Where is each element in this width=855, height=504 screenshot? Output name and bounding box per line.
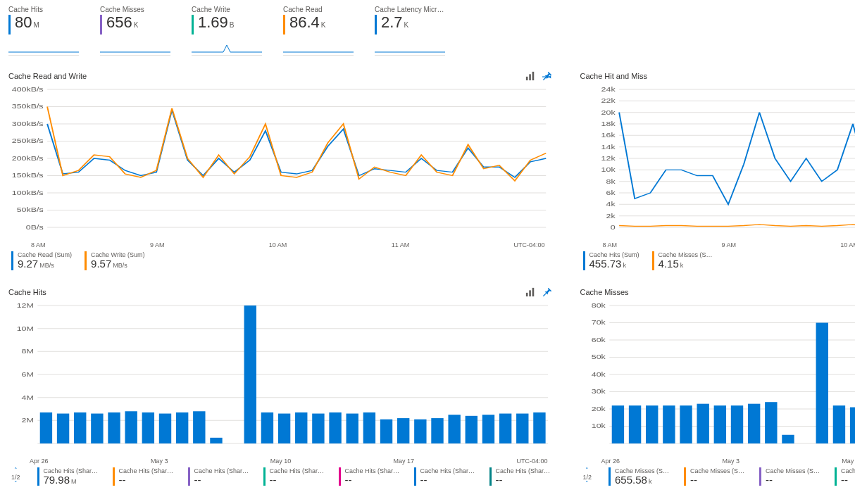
legend-name: Cache Misses (Shard ... (690, 467, 747, 474)
legend-value: 655.58 (615, 474, 647, 486)
sparkline (192, 42, 262, 56)
bar-chart-misses[interactable]: 10k20k30k40k50k60k70k80k (580, 301, 855, 456)
card-cache-hit-miss: Cache Hit and Miss 02k4k6k8k10k12k14k16k… (580, 71, 855, 270)
svg-text:4k: 4k (606, 201, 616, 208)
metric-tile[interactable]: Cache Read 86.4 K (283, 6, 354, 56)
metric-tile[interactable]: Cache Hits 80 M (8, 6, 79, 56)
metric-tile[interactable]: Cache Latency Microsecor 2.7 K (375, 6, 445, 56)
card-title: Cache Misses (580, 288, 629, 296)
pin-icon[interactable] (542, 287, 552, 297)
legend-row: ˄1/2˅Cache Misses (Shard ...655.58kCache… (580, 467, 855, 487)
legend-name: Cache Hits (Shard 4)... (345, 467, 401, 474)
svg-rect-97 (499, 413, 511, 443)
svg-rect-78 (176, 412, 188, 443)
legend-item[interactable]: Cache Hits (Shard 5)...-- (414, 467, 477, 486)
legend-item[interactable]: Cache Write (Sum)9.57MB/s (85, 251, 144, 270)
line-chart-read-write[interactable]: 0B/s50kB/s100kB/s150kB/s200kB/s250kB/s30… (8, 85, 552, 240)
chevron-down-icon[interactable]: ˅ (14, 481, 18, 487)
legend-item[interactable]: Cache Read (Sum)9.27MB/s (11, 251, 72, 270)
svg-rect-70 (40, 412, 52, 443)
legend-unit: k (649, 478, 652, 485)
svg-text:2k: 2k (606, 212, 616, 219)
svg-rect-82 (244, 305, 256, 443)
legend-name: Cache Misses (Shard ... (766, 467, 822, 474)
legend-item[interactable]: Cache Hits (Shard 4)...-- (339, 467, 401, 486)
svg-text:400kB/s: 400kB/s (12, 86, 44, 93)
svg-text:150kB/s: 150kB/s (12, 172, 44, 179)
svg-text:22k: 22k (601, 97, 616, 104)
svg-rect-83 (261, 412, 273, 443)
svg-rect-72 (74, 412, 86, 443)
legend-item[interactable]: Cache Hits (Sum)455.73k (583, 251, 639, 270)
legend-row: Cache Hits (Sum)455.73kCache Misses (Sum… (580, 251, 855, 270)
svg-text:250kB/s: 250kB/s (12, 137, 44, 144)
sparkline (283, 42, 354, 56)
legend-value: -- (270, 474, 277, 486)
legend-unit: k (680, 262, 684, 269)
chart-actions-icon[interactable] (525, 287, 535, 297)
legend-item[interactable]: Cache Misses (Shard ...-- (759, 467, 822, 486)
card-title: Cache Read and Write (8, 72, 87, 80)
svg-text:4M: 4M (22, 393, 34, 401)
metric-tile[interactable]: Cache Misses 656 K (100, 6, 170, 56)
svg-rect-90 (380, 419, 392, 443)
legend-name: Cache Hits (Shard 6)... (496, 467, 552, 474)
svg-rect-130 (782, 434, 794, 443)
legend-item[interactable]: Cache Hits (Shard 2)...-- (188, 467, 251, 486)
chart-actions-icon[interactable] (525, 71, 535, 81)
metric-tile[interactable]: Cache Write 1.69 B (192, 6, 262, 56)
svg-rect-133 (832, 405, 844, 443)
legend-item[interactable]: Cache Misses (Shard ...655.58k (609, 467, 671, 486)
card-cache-read-write: Cache Read and Write 0B/s50kB/s100kB/s15… (8, 71, 552, 270)
legend-item[interactable]: Cache Hits (Shard 6)...-- (489, 467, 552, 486)
legend-value: -- (496, 474, 503, 486)
svg-rect-79 (193, 411, 205, 443)
svg-text:80k: 80k (591, 301, 606, 308)
legend-item[interactable]: Cache Misses (Shard ...-- (684, 467, 747, 486)
svg-rect-73 (91, 413, 103, 443)
legend-row: Cache Read (Sum)9.27MB/sCache Write (Sum… (8, 251, 552, 270)
chevron-up-icon[interactable]: ˄ (14, 467, 18, 474)
svg-rect-76 (142, 412, 154, 443)
legend-item[interactable]: Cache Hits (Shard 1)...-- (113, 467, 175, 486)
svg-text:100kB/s: 100kB/s (12, 189, 44, 196)
sparkline (8, 42, 79, 56)
svg-rect-80 (210, 437, 222, 443)
bar-chart-hits[interactable]: 2M4M6M8M10M12M (8, 301, 552, 456)
svg-rect-55 (529, 290, 531, 296)
legend-value: -- (841, 474, 848, 486)
pin-icon[interactable] (542, 71, 552, 81)
legend-unit: k (623, 262, 626, 269)
card-title: Cache Hit and Miss (580, 72, 647, 80)
legend-item[interactable]: Cache Misses (Shard ...-- (835, 467, 855, 486)
legend-item[interactable]: Cache Hits (Shard 0)...79.98M (37, 467, 100, 486)
tile-unit: K (404, 21, 409, 29)
svg-text:20k: 20k (591, 405, 606, 412)
chevron-down-icon[interactable]: ˅ (585, 481, 589, 487)
legend-pager[interactable]: ˄1/2˅ (583, 467, 592, 487)
svg-text:40k: 40k (591, 370, 606, 377)
svg-text:12M: 12M (17, 301, 34, 308)
tile-label: Cache Read (283, 6, 354, 13)
svg-text:10k: 10k (591, 422, 606, 429)
svg-rect-98 (516, 413, 528, 443)
legend-value: -- (345, 474, 352, 486)
line-chart-hit-miss[interactable]: 02k4k6k8k10k12k14k16k18k20k22k24k (580, 85, 855, 240)
legend-item[interactable]: Cache Misses (Sum)4.15k (652, 251, 715, 270)
svg-text:200kB/s: 200kB/s (12, 155, 44, 162)
tile-value: 656 (106, 15, 132, 30)
svg-rect-91 (397, 418, 409, 443)
svg-text:10M: 10M (17, 325, 34, 332)
chevron-up-icon[interactable]: ˄ (585, 467, 589, 474)
legend-pager[interactable]: ˄1/2˅ (11, 467, 20, 487)
legend-item[interactable]: Cache Hits (Shard 3)...-- (263, 467, 326, 486)
svg-rect-84 (278, 413, 290, 443)
svg-rect-74 (108, 412, 120, 443)
svg-rect-122 (646, 405, 658, 443)
legend-unit: M (71, 478, 77, 485)
svg-text:60k: 60k (591, 336, 606, 343)
legend-name: Cache Hits (Shard 2)... (194, 467, 251, 474)
svg-text:300kB/s: 300kB/s (12, 120, 44, 127)
legend-value: 9.57 (91, 258, 111, 270)
tile-unit: K (134, 21, 139, 29)
